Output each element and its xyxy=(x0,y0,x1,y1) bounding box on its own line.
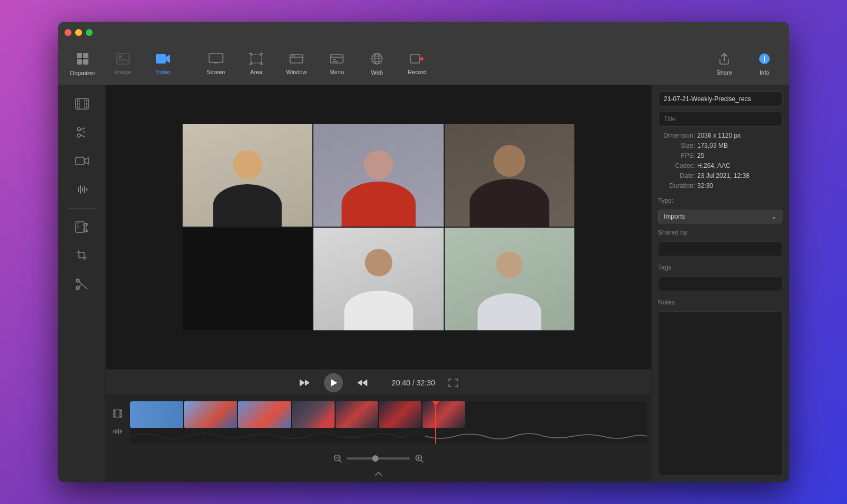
traffic-lights xyxy=(65,29,93,36)
title-input[interactable]: Title xyxy=(658,112,782,127)
tool-camera[interactable] xyxy=(70,149,94,173)
svg-rect-22 xyxy=(86,100,87,102)
minimize-button[interactable] xyxy=(75,29,82,36)
screen-icon xyxy=(209,53,223,67)
dimension-label: Dimension: xyxy=(658,132,695,139)
fullscreen-button[interactable] xyxy=(446,375,461,390)
zoom-controls xyxy=(332,451,425,466)
record-icon xyxy=(410,53,425,67)
timeline-tools xyxy=(110,406,125,439)
window-icon xyxy=(290,53,303,67)
tool-film-cut[interactable] xyxy=(70,215,94,239)
tags-input[interactable] xyxy=(658,276,782,291)
timeline-thumb-3 xyxy=(238,401,291,428)
menu-label: Menu xyxy=(329,69,344,75)
shared-by-input[interactable] xyxy=(658,241,782,256)
dimension-row: Dimension: 2036 x 1120 px xyxy=(658,132,782,139)
toolbar-info[interactable]: Info xyxy=(745,47,783,82)
play-button[interactable] xyxy=(324,373,343,392)
timeline-thumb-4 xyxy=(292,401,335,428)
toolbar-window[interactable]: Window xyxy=(277,47,316,82)
video-cell-3 xyxy=(445,124,574,227)
toolbar-video[interactable]: Video xyxy=(144,47,182,82)
video-icon xyxy=(156,53,170,67)
menu-icon xyxy=(330,53,344,67)
share-icon xyxy=(718,52,730,67)
video-cell-5 xyxy=(313,228,443,330)
svg-rect-36 xyxy=(114,410,115,412)
timeline-area xyxy=(106,395,651,448)
toolbar-area[interactable]: Area xyxy=(237,47,275,82)
tool-crop[interactable] xyxy=(70,244,94,268)
timeline-track[interactable] xyxy=(130,401,647,444)
svg-rect-1 xyxy=(83,53,88,58)
toolbar-image[interactable]: Image xyxy=(104,47,142,82)
tags-label: Tags xyxy=(658,264,782,271)
zoom-out-button[interactable] xyxy=(332,453,344,464)
collapse-arrow[interactable] xyxy=(374,467,383,480)
svg-rect-41 xyxy=(120,416,121,417)
video-preview xyxy=(106,85,651,369)
toolbar-organizer[interactable]: Organizer xyxy=(64,47,102,82)
window-label: Window xyxy=(286,69,307,75)
type-dropdown[interactable]: Imports ⌄ xyxy=(658,210,782,223)
svg-point-10 xyxy=(292,55,293,56)
video-cell-6 xyxy=(445,228,574,330)
playhead[interactable] xyxy=(435,401,436,444)
web-label: Web xyxy=(371,69,383,76)
svg-point-5 xyxy=(119,55,122,58)
toolbar: Organizer Image Video xyxy=(58,43,789,85)
tool-scissors[interactable] xyxy=(70,272,94,296)
notes-label: Notes xyxy=(658,299,782,306)
svg-rect-19 xyxy=(77,100,78,102)
svg-rect-33 xyxy=(300,380,301,386)
svg-rect-0 xyxy=(77,53,82,58)
tool-cut[interactable] xyxy=(70,120,94,145)
right-panel: 21-07-21-Weekly-Precise_recs Title Dimen… xyxy=(651,85,789,482)
svg-rect-24 xyxy=(86,106,87,108)
svg-rect-4 xyxy=(116,53,129,64)
type-dropdown-chevron: ⌄ xyxy=(771,213,777,220)
zoom-slider-thumb[interactable] xyxy=(372,455,379,462)
svg-rect-2 xyxy=(77,59,82,65)
timeline-thumb-5 xyxy=(336,401,378,428)
fps-label: FPS: xyxy=(658,152,695,159)
record-label: Record xyxy=(408,69,426,75)
video-cell-2 xyxy=(313,124,443,227)
date-label: Date: xyxy=(658,172,695,179)
timeline-filmstrip-tool[interactable] xyxy=(110,406,125,421)
tool-audio[interactable] xyxy=(70,177,94,202)
svg-point-16 xyxy=(420,57,424,60)
svg-rect-3 xyxy=(83,59,88,65)
fps-value: 25 xyxy=(697,152,782,159)
toolbar-web[interactable]: Web xyxy=(358,47,396,82)
screen-label: Screen xyxy=(207,69,226,75)
toolbar-menu[interactable]: Menu xyxy=(318,47,356,82)
zoom-slider[interactable] xyxy=(347,457,410,460)
area-icon xyxy=(249,53,264,67)
filename-display: 21-07-21-Weekly-Precise_recs xyxy=(658,92,782,106)
titlebar xyxy=(58,22,789,43)
tool-filmstrip[interactable] xyxy=(70,92,94,116)
image-icon xyxy=(116,53,130,67)
notes-input[interactable] xyxy=(658,311,782,476)
left-sidebar xyxy=(58,85,106,482)
maximize-button[interactable] xyxy=(86,29,93,36)
date-value: 23 Jul 2021, 12:38 xyxy=(697,172,782,179)
fast-forward-button[interactable] xyxy=(354,374,371,391)
codec-label: Codec: xyxy=(658,162,695,169)
zoom-in-button[interactable] xyxy=(413,453,425,464)
rewind-button[interactable] xyxy=(296,374,313,391)
toolbar-screen[interactable]: Screen xyxy=(197,47,235,82)
close-button[interactable] xyxy=(65,29,71,36)
timeline-bottom xyxy=(106,448,651,482)
duration-row: Duration: 32:30 xyxy=(658,182,782,190)
duration-label: Duration: xyxy=(658,182,695,190)
toolbar-share[interactable]: Share xyxy=(705,47,743,82)
svg-rect-39 xyxy=(120,410,121,412)
playback-bar: 20:40 / 32:30 xyxy=(106,369,651,395)
timeline-audio-tool[interactable] xyxy=(110,424,125,439)
toolbar-record[interactable]: Record xyxy=(398,47,436,82)
timeline-thumb-6 xyxy=(379,401,421,428)
svg-rect-8 xyxy=(251,55,262,63)
